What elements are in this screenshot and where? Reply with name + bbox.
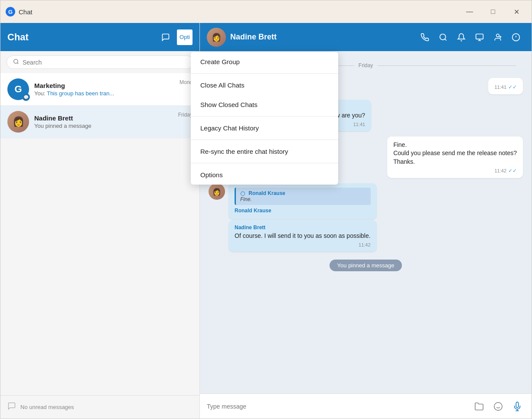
search-input[interactable]	[23, 59, 187, 66]
options-button[interactable]: Opti	[177, 29, 193, 45]
dropdown-divider-1	[191, 73, 338, 74]
sidebar: Chat Opti	[0, 23, 200, 419]
dropdown-menu: Create Group Close All Chats Show Closed…	[191, 52, 338, 185]
svg-point-13	[494, 402, 502, 410]
marketing-avatar: G 💬	[7, 78, 29, 100]
marketing-preview: You: This group has been tran...	[34, 90, 174, 97]
menu-item-show-closed[interactable]: Show Closed Chats	[191, 95, 338, 114]
svg-line-3	[445, 39, 447, 40]
nadine-info: Nadine Brett You pinned a message	[34, 114, 173, 129]
main-area: Chat Opti	[0, 23, 532, 419]
app-logo: G	[6, 7, 15, 16]
marketing-info: Marketing You: This group has been tran.…	[34, 82, 174, 97]
titlebar-title: Chat	[19, 8, 33, 16]
nadine-avatar-sm-2: 👩	[209, 183, 225, 200]
quote-sender: Ronald Krause	[240, 190, 366, 196]
read-checkmark: ✓✓	[508, 84, 517, 90]
quote-block: Ronald Krause Fine.	[235, 188, 371, 205]
search-bar	[0, 51, 199, 73]
add-user-button[interactable]	[489, 29, 506, 46]
minimize-button[interactable]: —	[460, 5, 480, 19]
message-incoming-4: 👩 Ronald Krause Fine. Ronald Kr	[209, 183, 523, 252]
menu-item-legacy-history[interactable]: Legacy Chat History	[191, 118, 338, 138]
titlebar: G Chat — □ ✕	[0, 0, 532, 23]
msg-text-3: Fine. Could you please send me the relea…	[393, 141, 517, 166]
group-icon: 💬	[22, 93, 30, 101]
read-checkmark-3: ✓✓	[508, 168, 517, 174]
message-outgoing-1: 11:41 ✓✓	[488, 78, 523, 94]
pinned-notification: You pinned a message	[330, 260, 402, 271]
dropdown-divider-4	[191, 163, 338, 163]
maximize-button[interactable]: □	[483, 5, 503, 19]
msg-time-1: 11:41 ✓✓	[494, 84, 517, 90]
info-button[interactable]	[507, 29, 525, 46]
message-input[interactable]	[207, 403, 467, 410]
menu-item-close-all[interactable]: Close All Chats	[191, 75, 338, 95]
chat-header-left: 👩 Nadine Brett	[207, 28, 277, 47]
search-icon	[13, 58, 19, 66]
bell-button[interactable]	[453, 29, 470, 46]
date-label: Friday	[354, 62, 377, 68]
marketing-name: Marketing	[34, 82, 174, 89]
quote-text: Fine.	[240, 196, 366, 202]
search-input-wrap[interactable]	[7, 55, 193, 69]
emoji-button[interactable]	[491, 399, 506, 414]
quoted-bubble: Ronald Krause Fine. Ronald Krause	[228, 183, 377, 219]
nadine-time: Friday	[178, 112, 193, 118]
titlebar-left: G Chat	[6, 7, 33, 16]
sidebar-title: Chat	[7, 32, 29, 43]
nadine-avatar: 👩	[7, 111, 29, 133]
folder-button[interactable]	[472, 399, 486, 414]
chat-item-nadine[interactable]: 👩 Nadine Brett You pinned a message Frid…	[0, 106, 199, 138]
svg-point-2	[440, 34, 446, 39]
no-messages-icon	[7, 402, 16, 413]
continuation-bubble: Nadine Brett Of course. I will send it t…	[228, 220, 377, 252]
menu-item-create-group[interactable]: Create Group	[191, 52, 338, 71]
close-button[interactable]: ✕	[506, 5, 526, 19]
phone-button[interactable]	[416, 29, 434, 46]
svg-rect-4	[476, 34, 483, 39]
chat-item-marketing[interactable]: G 💬 Marketing You: This group has been t…	[0, 73, 199, 106]
sender-name-ronald: Ronald Krause	[235, 208, 371, 214]
message-input-bar	[200, 393, 532, 419]
compose-button[interactable]	[158, 29, 173, 45]
chat-header-name: Nadine Brett	[230, 32, 277, 42]
svg-point-0	[14, 59, 18, 63]
dropdown-divider-2	[191, 116, 338, 117]
chat-header: 👩 Nadine Brett	[200, 23, 532, 51]
message-outgoing-3: Fine. Could you please send me the relea…	[387, 136, 523, 179]
search-chat-button[interactable]	[434, 29, 452, 46]
sidebar-header: Chat Opti	[0, 23, 199, 51]
dropdown-divider-3	[191, 140, 338, 140]
nadine-name: Nadine Brett	[34, 114, 173, 122]
svg-line-1	[17, 63, 19, 64]
titlebar-controls: — □ ✕	[460, 5, 526, 19]
msg-time-3: 11:42 ✓✓	[393, 168, 517, 174]
sidebar-header-actions: Opti	[158, 29, 193, 45]
chat-header-avatar: 👩	[207, 28, 226, 47]
svg-point-7	[496, 34, 499, 37]
app-window: G Chat — □ ✕ Chat Opti	[0, 0, 532, 419]
msg-time-4: 11:42	[235, 242, 371, 247]
menu-item-options[interactable]: Options	[191, 165, 338, 185]
sidebar-footer: No unread messages	[0, 395, 199, 419]
nadine-preview: You pinned a message	[34, 123, 173, 129]
msg-text-4: Of course. I will send it to you as soon…	[235, 232, 371, 240]
menu-item-resync[interactable]: Re-sync the entire chat history	[191, 142, 338, 161]
chat-header-actions	[416, 29, 525, 46]
footer-text: No unread messages	[20, 404, 74, 410]
sender-name-nadine-2: Nadine Brett	[235, 224, 371, 231]
mic-button[interactable]	[510, 399, 525, 414]
screen-button[interactable]	[471, 29, 488, 46]
chat-list: G 💬 Marketing You: This group has been t…	[0, 73, 199, 395]
